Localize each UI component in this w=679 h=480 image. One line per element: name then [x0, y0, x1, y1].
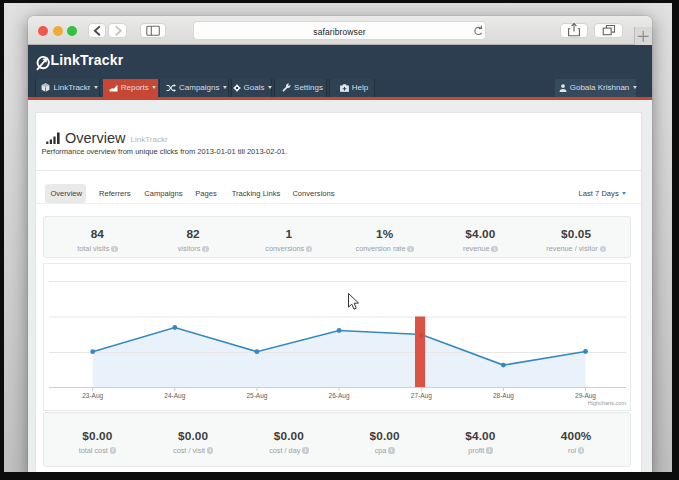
svg-text:24-Aug: 24-Aug — [164, 392, 185, 400]
svg-text:26-Aug: 26-Aug — [328, 392, 349, 400]
svg-text:23-Aug: 23-Aug — [82, 392, 103, 400]
svg-text:25-Aug: 25-Aug — [246, 392, 267, 400]
svg-text:Highcharts.com: Highcharts.com — [587, 399, 626, 405]
svg-text:28-Aug: 28-Aug — [492, 392, 513, 400]
svg-text:27-Aug: 27-Aug — [410, 392, 431, 400]
